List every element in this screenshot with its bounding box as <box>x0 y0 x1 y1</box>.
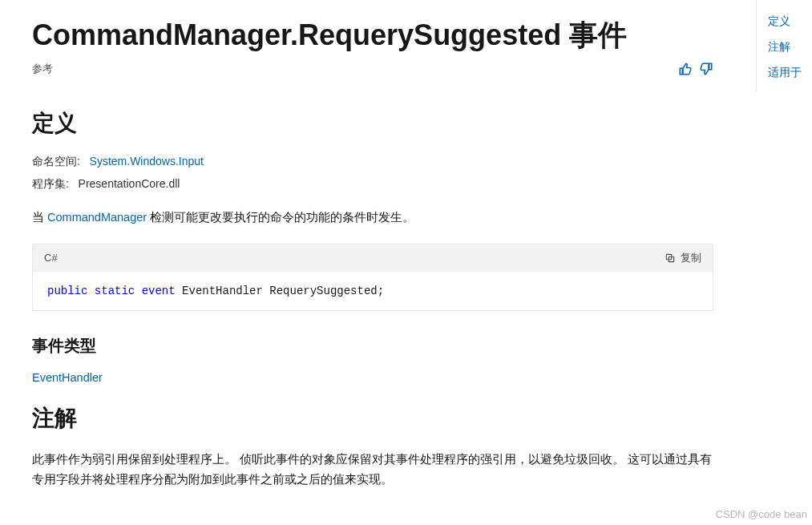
sidebar-nav: 定义 注解 适用于 <box>756 0 812 91</box>
copy-label: 复制 <box>681 251 701 265</box>
kw-public: public <box>47 285 87 297</box>
kw-static: static <box>95 285 135 297</box>
desc-post: 检测可能更改要执行的命令的功能的条件时发生。 <box>147 211 414 224</box>
code-language-label: C# <box>44 252 58 264</box>
code-block: C# 复制 public static event EventHandler R… <box>32 244 713 311</box>
remarks-heading: 注解 <box>32 403 713 434</box>
eventhandler-link[interactable]: EventHandler <box>32 371 103 384</box>
thumb-down-icon[interactable] <box>699 62 713 76</box>
copy-button[interactable]: 复制 <box>665 251 701 265</box>
sidebar-item-remarks[interactable]: 注解 <box>768 40 812 55</box>
namespace-row: 命名空间: System.Windows.Input <box>32 155 713 169</box>
thumb-up-icon[interactable] <box>678 62 693 76</box>
sidebar-item-definition[interactable]: 定义 <box>768 14 812 29</box>
code-rest: EventHandler RequerySuggested; <box>176 285 384 297</box>
feedback-controls <box>678 62 713 76</box>
namespace-label: 命名空间: <box>32 155 80 168</box>
assembly-label: 程序集: <box>32 177 69 190</box>
desc-pre: 当 <box>32 211 47 224</box>
reference-label: 参考 <box>32 62 53 76</box>
commandmanager-link[interactable]: CommandManager <box>47 211 147 224</box>
namespace-link[interactable]: System.Windows.Input <box>90 155 204 168</box>
watermark: CSDN @code bean <box>716 508 807 520</box>
event-type-heading: 事件类型 <box>32 335 713 357</box>
code-body: public static event EventHandler Requery… <box>33 272 713 310</box>
remarks-body: 此事件作为弱引用保留到处理程序上。 侦听此事件的对象应保留对其事件处理程序的强引… <box>32 450 713 489</box>
description-paragraph: 当 CommandManager 检测可能更改要执行的命令的功能的条件时发生。 <box>32 208 713 228</box>
assembly-row: 程序集: PresentationCore.dll <box>32 177 713 192</box>
copy-icon <box>665 252 676 264</box>
kw-event: event <box>142 285 176 297</box>
definition-heading: 定义 <box>32 108 713 139</box>
page-title: CommandManager.RequerySuggested 事件 <box>32 16 713 55</box>
sidebar-item-applies-to[interactable]: 适用于 <box>768 66 812 80</box>
assembly-value: PresentationCore.dll <box>79 177 180 190</box>
